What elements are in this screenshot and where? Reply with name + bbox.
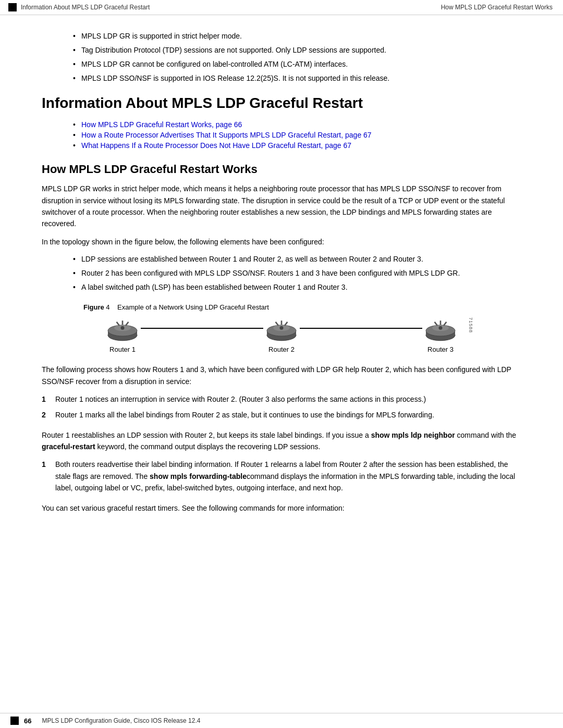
connector-2-3: [300, 328, 422, 329]
svg-line-21: [435, 322, 437, 326]
link-item-1[interactable]: How MPLS LDP Graceful Restart Works, pag…: [73, 120, 521, 129]
router-1-label: Router 1: [109, 346, 136, 353]
body-para-4-mid: command with the: [455, 431, 517, 439]
figure-label: Figure 4 Example of a Network Using LDP …: [83, 303, 269, 311]
link-1[interactable]: How MPLS LDP Graceful Restart Works, pag…: [81, 120, 242, 129]
router-3-item: Router 3 71588: [422, 317, 459, 353]
body-para-5: You can set various graceful restart tim…: [42, 502, 521, 514]
body-para-2: In the topology shown in the figure belo…: [42, 236, 521, 248]
link-item-3[interactable]: What Happens If a Route Processor Does N…: [73, 141, 521, 150]
router-3-icon: [422, 317, 459, 343]
connector-1-2: [141, 328, 263, 329]
figure-side-label: 71588: [468, 317, 473, 333]
body-para-4-post: keyword, the command output displays the…: [95, 442, 321, 451]
link-item-2[interactable]: How a Route Processor Advertises That It…: [73, 131, 521, 139]
intro-bullet-3: MPLS LDP GR cannot be configured on labe…: [73, 59, 521, 70]
intro-bullet-2: Tag Distribution Protocol (TDP) sessions…: [73, 45, 521, 56]
links-list: How MPLS LDP Graceful Restart Works, pag…: [73, 120, 521, 150]
config-bullet-1: LDP sessions are established between Rou…: [73, 254, 521, 265]
svg-line-22: [444, 322, 446, 326]
section-title: Information About MPLS LDP Graceful Rest…: [42, 94, 521, 112]
step-2-1: 1 Both routers readvertise their label b…: [42, 459, 521, 493]
subsection-title: How MPLS LDP Graceful Restart Works: [42, 162, 521, 177]
step-2-1-text: Both routers readvertise their label bin…: [55, 459, 521, 493]
svg-line-6: [126, 322, 128, 326]
router-3-label: Router 3: [427, 346, 454, 353]
figure-caption: Figure 4 Example of a Network Using LDP …: [83, 303, 521, 311]
body-para-3: The following process shows how Routers …: [42, 364, 521, 387]
numbered-steps-2: 1 Both routers readvertise their label b…: [42, 459, 521, 493]
link-2[interactable]: How a Route Processor Advertises That It…: [81, 131, 372, 139]
config-bullet-list: LDP sessions are established between Rou…: [73, 254, 521, 293]
body-para-4-pre: Router 1 reestablishes an LDP session wi…: [42, 431, 371, 439]
body-para-4-bold2: graceful-restart: [42, 442, 95, 451]
config-bullet-3: A label switched path (LSP) has been est…: [73, 282, 521, 293]
footer-page-num: 66: [24, 717, 31, 725]
header-bar: Information About MPLS LDP Graceful Rest…: [0, 0, 563, 15]
numbered-steps-1: 1 Router 1 notices an interruption in se…: [42, 393, 521, 421]
figure-area: Figure 4 Example of a Network Using LDP …: [42, 303, 521, 353]
intro-bullet-1: MPLS LDP GR is supported in strict helpe…: [73, 31, 521, 42]
svg-point-23: [439, 326, 443, 330]
router-1-item: Router 1: [104, 317, 141, 353]
router-2-icon: [263, 317, 300, 343]
header-black-rect: [8, 3, 17, 11]
body-para-4-bold1: show mpls ldp neighbor: [371, 431, 455, 439]
svg-point-7: [121, 326, 125, 330]
step-2-1-bold: show mpls forwarding-table: [150, 472, 247, 480]
body-para-1: MPLS LDP GR works in strict helper mode,…: [42, 183, 521, 230]
router-2-label: Router 2: [268, 346, 295, 353]
config-bullet-2: Router 2 has been configured with MPLS L…: [73, 268, 521, 279]
header-right-label: How MPLS LDP Graceful Restart Works: [441, 4, 553, 11]
router-2-item: Router 2: [263, 317, 300, 353]
footer-bar: 66 MPLS LDP Configuration Guide, Cisco I…: [0, 713, 563, 728]
footer-text: MPLS LDP Configuration Guide, Cisco IOS …: [42, 717, 200, 724]
step-1-1: 1 Router 1 notices an interruption in se…: [42, 393, 521, 405]
body-para-4: Router 1 reestablishes an LDP session wi…: [42, 429, 521, 453]
header-left: Information About MPLS LDP Graceful Rest…: [8, 3, 150, 11]
link-3[interactable]: What Happens If a Route Processor Does N…: [81, 141, 351, 150]
intro-bullet-list: MPLS LDP GR is supported in strict helpe…: [73, 31, 521, 84]
step-1-2: 2 Router 1 marks all the label bindings …: [42, 409, 521, 421]
router-1-icon: [104, 317, 141, 343]
svg-point-15: [280, 326, 284, 330]
svg-line-5: [117, 322, 119, 326]
svg-line-14: [285, 322, 287, 326]
intro-bullet-4: MPLS LDP SSO/NSF is supported in IOS Rel…: [73, 73, 521, 84]
page-content: MPLS LDP GR is supported in strict helpe…: [0, 15, 563, 551]
svg-line-13: [276, 322, 278, 326]
footer-black-rect: [10, 717, 19, 725]
header-left-label: Information About MPLS LDP Graceful Rest…: [21, 4, 150, 11]
